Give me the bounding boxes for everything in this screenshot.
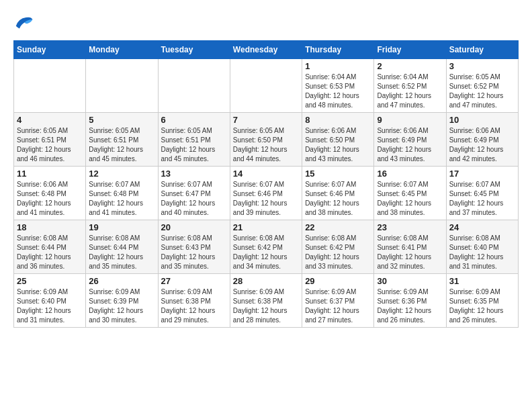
day-number: 10 [449, 115, 515, 125]
day-number: 21 [233, 222, 299, 232]
day-info: Sunrise: 6:07 AM Sunset: 6:48 PM Dayligh… [89, 180, 154, 218]
day-header-friday: Friday [374, 41, 446, 59]
day-info: Sunrise: 6:07 AM Sunset: 6:46 PM Dayligh… [305, 180, 371, 218]
day-cell: 26Sunrise: 6:09 AM Sunset: 6:39 PM Dayli… [86, 274, 158, 328]
header [13, 13, 519, 34]
day-number: 30 [377, 276, 443, 286]
day-number: 8 [305, 115, 371, 125]
day-info: Sunrise: 6:06 AM Sunset: 6:48 PM Dayligh… [17, 180, 83, 218]
day-info: Sunrise: 6:05 AM Sunset: 6:51 PM Dayligh… [161, 126, 227, 164]
day-number: 2 [377, 61, 443, 71]
header-row: SundayMondayTuesdayWednesdayThursdayFrid… [14, 41, 519, 59]
day-cell: 4Sunrise: 6:05 AM Sunset: 6:51 PM Daylig… [14, 113, 86, 167]
day-info: Sunrise: 6:09 AM Sunset: 6:38 PM Dayligh… [161, 287, 227, 325]
day-cell: 6Sunrise: 6:05 AM Sunset: 6:51 PM Daylig… [158, 113, 230, 167]
day-info: Sunrise: 6:05 AM Sunset: 6:51 PM Dayligh… [17, 126, 83, 164]
day-cell [230, 59, 302, 113]
day-info: Sunrise: 6:05 AM Sunset: 6:51 PM Dayligh… [89, 126, 154, 164]
day-number: 17 [449, 169, 515, 179]
day-cell: 2Sunrise: 6:04 AM Sunset: 6:52 PM Daylig… [374, 59, 446, 113]
day-number: 7 [233, 115, 299, 125]
day-info: Sunrise: 6:07 AM Sunset: 6:45 PM Dayligh… [377, 180, 443, 218]
day-cell: 1Sunrise: 6:04 AM Sunset: 6:53 PM Daylig… [302, 59, 374, 113]
day-number: 6 [161, 115, 227, 125]
day-number: 18 [17, 222, 83, 232]
day-number: 19 [89, 222, 154, 232]
day-cell: 24Sunrise: 6:08 AM Sunset: 6:40 PM Dayli… [446, 220, 518, 274]
day-cell: 21Sunrise: 6:08 AM Sunset: 6:42 PM Dayli… [230, 220, 302, 274]
day-cell: 9Sunrise: 6:06 AM Sunset: 6:49 PM Daylig… [374, 113, 446, 167]
day-number: 28 [233, 276, 299, 286]
day-info: Sunrise: 6:07 AM Sunset: 6:47 PM Dayligh… [161, 180, 227, 218]
day-info: Sunrise: 6:05 AM Sunset: 6:52 PM Dayligh… [449, 73, 515, 110]
day-cell: 8Sunrise: 6:06 AM Sunset: 6:50 PM Daylig… [302, 113, 374, 167]
logo [13, 13, 35, 34]
day-header-thursday: Thursday [302, 41, 374, 59]
day-number: 24 [449, 222, 515, 232]
day-info: Sunrise: 6:05 AM Sunset: 6:50 PM Dayligh… [233, 126, 299, 164]
day-cell: 12Sunrise: 6:07 AM Sunset: 6:48 PM Dayli… [86, 167, 158, 220]
day-info: Sunrise: 6:06 AM Sunset: 6:49 PM Dayligh… [449, 126, 515, 164]
day-cell: 3Sunrise: 6:05 AM Sunset: 6:52 PM Daylig… [446, 59, 518, 113]
day-number: 5 [89, 115, 154, 125]
day-info: Sunrise: 6:07 AM Sunset: 6:46 PM Dayligh… [233, 180, 299, 218]
day-info: Sunrise: 6:06 AM Sunset: 6:49 PM Dayligh… [377, 126, 443, 164]
day-header-monday: Monday [86, 41, 158, 59]
day-number: 9 [377, 115, 443, 125]
week-row-5: 25Sunrise: 6:09 AM Sunset: 6:40 PM Dayli… [14, 274, 519, 328]
day-header-sunday: Sunday [14, 41, 86, 59]
day-info: Sunrise: 6:09 AM Sunset: 6:37 PM Dayligh… [305, 287, 371, 325]
day-info: Sunrise: 6:06 AM Sunset: 6:50 PM Dayligh… [305, 126, 371, 164]
day-cell: 23Sunrise: 6:08 AM Sunset: 6:41 PM Dayli… [374, 220, 446, 274]
day-info: Sunrise: 6:09 AM Sunset: 6:39 PM Dayligh… [89, 287, 154, 325]
day-number: 4 [17, 115, 83, 125]
day-header-tuesday: Tuesday [158, 41, 230, 59]
day-number: 25 [17, 276, 83, 286]
day-cell: 22Sunrise: 6:08 AM Sunset: 6:42 PM Dayli… [302, 220, 374, 274]
day-info: Sunrise: 6:09 AM Sunset: 6:35 PM Dayligh… [449, 287, 515, 325]
week-row-4: 18Sunrise: 6:08 AM Sunset: 6:44 PM Dayli… [14, 220, 519, 274]
day-number: 16 [377, 169, 443, 179]
day-info: Sunrise: 6:08 AM Sunset: 6:42 PM Dayligh… [305, 234, 371, 271]
day-info: Sunrise: 6:07 AM Sunset: 6:45 PM Dayligh… [449, 180, 515, 218]
day-number: 27 [161, 276, 227, 286]
day-number: 29 [305, 276, 371, 286]
day-number: 22 [305, 222, 371, 232]
day-cell: 11Sunrise: 6:06 AM Sunset: 6:48 PM Dayli… [14, 167, 86, 220]
day-info: Sunrise: 6:08 AM Sunset: 6:44 PM Dayligh… [17, 234, 83, 271]
day-cell: 31Sunrise: 6:09 AM Sunset: 6:35 PM Dayli… [446, 274, 518, 328]
day-number: 12 [89, 169, 154, 179]
day-number: 26 [89, 276, 154, 286]
day-cell: 20Sunrise: 6:08 AM Sunset: 6:43 PM Dayli… [158, 220, 230, 274]
day-cell: 14Sunrise: 6:07 AM Sunset: 6:46 PM Dayli… [230, 167, 302, 220]
day-number: 3 [449, 61, 515, 71]
day-number: 13 [161, 169, 227, 179]
day-number: 31 [449, 276, 515, 286]
day-cell: 13Sunrise: 6:07 AM Sunset: 6:47 PM Dayli… [158, 167, 230, 220]
day-cell: 16Sunrise: 6:07 AM Sunset: 6:45 PM Dayli… [374, 167, 446, 220]
day-cell [14, 59, 86, 113]
calendar-table: SundayMondayTuesdayWednesdayThursdayFrid… [13, 40, 519, 328]
day-cell: 5Sunrise: 6:05 AM Sunset: 6:51 PM Daylig… [86, 113, 158, 167]
day-info: Sunrise: 6:08 AM Sunset: 6:44 PM Dayligh… [89, 234, 154, 271]
page: SundayMondayTuesdayWednesdayThursdayFrid… [0, 0, 532, 334]
day-cell: 17Sunrise: 6:07 AM Sunset: 6:45 PM Dayli… [446, 167, 518, 220]
day-cell [158, 59, 230, 113]
day-header-wednesday: Wednesday [230, 41, 302, 59]
day-info: Sunrise: 6:09 AM Sunset: 6:36 PM Dayligh… [377, 287, 443, 325]
day-info: Sunrise: 6:08 AM Sunset: 6:43 PM Dayligh… [161, 234, 227, 271]
day-header-saturday: Saturday [446, 41, 518, 59]
day-cell: 15Sunrise: 6:07 AM Sunset: 6:46 PM Dayli… [302, 167, 374, 220]
day-cell: 27Sunrise: 6:09 AM Sunset: 6:38 PM Dayli… [158, 274, 230, 328]
week-row-3: 11Sunrise: 6:06 AM Sunset: 6:48 PM Dayli… [14, 167, 519, 220]
day-info: Sunrise: 6:09 AM Sunset: 6:38 PM Dayligh… [233, 287, 299, 325]
day-number: 15 [305, 169, 371, 179]
day-cell: 18Sunrise: 6:08 AM Sunset: 6:44 PM Dayli… [14, 220, 86, 274]
day-cell: 29Sunrise: 6:09 AM Sunset: 6:37 PM Dayli… [302, 274, 374, 328]
day-cell: 25Sunrise: 6:09 AM Sunset: 6:40 PM Dayli… [14, 274, 86, 328]
day-number: 23 [377, 222, 443, 232]
day-cell [86, 59, 158, 113]
day-cell: 7Sunrise: 6:05 AM Sunset: 6:50 PM Daylig… [230, 113, 302, 167]
day-info: Sunrise: 6:09 AM Sunset: 6:40 PM Dayligh… [17, 287, 83, 325]
day-number: 11 [17, 169, 83, 179]
